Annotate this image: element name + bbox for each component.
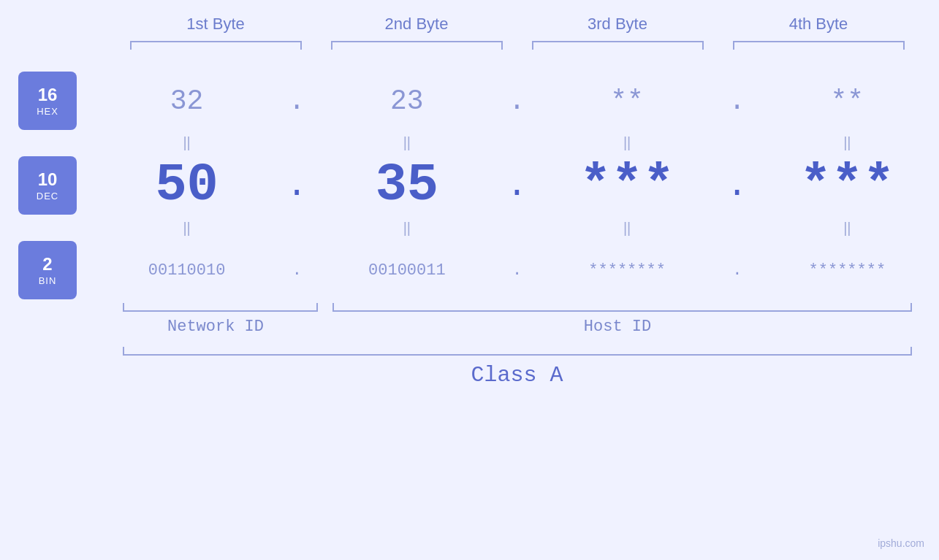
byte1-header: 1st Byte (115, 15, 316, 34)
bracket-line-b3 (532, 41, 704, 50)
host-id-label: Host ID (316, 318, 919, 336)
bin-b2: 00100011 (315, 261, 498, 280)
sep-b3: || (536, 130, 719, 156)
top-brackets (115, 41, 919, 50)
host-bracket (332, 303, 912, 312)
bracket-b2 (316, 41, 517, 50)
hex-label-side: 16 HEX (0, 72, 95, 130)
bracket-b4 (718, 41, 919, 50)
sep2-b4: || (756, 215, 939, 241)
bin-dot3: . (719, 261, 756, 280)
hex-row: 16 HEX 32 . 23 . ** . ** (0, 72, 939, 130)
hex-badge: 16 HEX (18, 72, 77, 130)
network-bracket (123, 303, 318, 312)
bottom-brackets (115, 303, 919, 312)
byte3-header: 3rd Byte (517, 15, 718, 34)
bin-dot2: . (499, 261, 536, 280)
sep-b4: || (756, 130, 939, 156)
bin-badge: 2 BIN (18, 241, 77, 299)
dec-row: 10 DEC 50 . 35 . *** . *** (0, 156, 939, 215)
dec-badge: 10 DEC (18, 156, 77, 215)
byte2-header: 2nd Byte (316, 15, 517, 34)
hex-badge-number: 16 (38, 85, 58, 106)
network-id-label: Network ID (115, 318, 316, 336)
dec-data: 50 . 35 . *** . *** (95, 156, 939, 215)
bin-label-side: 2 BIN (0, 241, 95, 299)
dec-dot3: . (719, 166, 756, 205)
hex-b4: ** (756, 85, 939, 117)
bin-row: 2 BIN 00110010 . 00100011 . ******** . (0, 241, 939, 299)
hex-badge-unit: HEX (37, 106, 58, 117)
dec-label-side: 10 DEC (0, 156, 95, 215)
dec-b4: *** (756, 156, 939, 215)
hex-b3: ** (536, 85, 719, 117)
bin-b3: ******** (536, 261, 719, 280)
byte4-header: 4th Byte (718, 15, 919, 34)
dec-badge-unit: DEC (37, 191, 58, 202)
hex-b2: 23 (315, 85, 498, 117)
class-section: Class A (115, 347, 919, 388)
sep-row-2: || || || || (0, 215, 939, 241)
sep2-b1: || (95, 215, 278, 241)
sep-data-2: || || || || (95, 215, 939, 241)
class-label: Class A (115, 363, 919, 388)
hex-b1: 32 (95, 85, 278, 117)
bracket-line-b4 (733, 41, 905, 50)
sep2-b2: || (315, 215, 498, 241)
dec-dot1: . (278, 166, 315, 205)
sep-b2: || (315, 130, 498, 156)
byte-headers: 1st Byte 2nd Byte 3rd Byte 4th Byte (115, 15, 919, 34)
bottom-labels: Network ID Host ID (115, 318, 919, 336)
bin-b4: ******** (756, 261, 939, 280)
bracket-b1 (115, 41, 316, 50)
bin-b1: 00110010 (95, 261, 278, 280)
bracket-line-b1 (130, 41, 302, 50)
bracket-b3 (517, 41, 718, 50)
bin-data: 00110010 . 00100011 . ******** . *******… (95, 261, 939, 280)
hex-dot3: . (719, 85, 756, 117)
dec-badge-number: 10 (38, 169, 58, 191)
main-container: 1st Byte 2nd Byte 3rd Byte 4th Byte 16 H… (0, 0, 939, 560)
hex-dot2: . (499, 85, 536, 117)
bracket-line-b2 (331, 41, 503, 50)
sep-data-1: || || || || (95, 130, 939, 156)
dec-b1: 50 (95, 156, 278, 215)
watermark: ipshu.com (878, 537, 924, 549)
dec-dot2: . (499, 166, 536, 205)
bin-dot1: . (278, 261, 315, 280)
dec-b2: 35 (315, 156, 498, 215)
sep-b1: || (95, 130, 278, 156)
bottom-section: Network ID Host ID (115, 303, 919, 336)
sep-row-1: || || || || (0, 130, 939, 156)
sep2-b3: || (536, 215, 719, 241)
hex-dot1: . (278, 85, 315, 117)
hex-data: 32 . 23 . ** . ** (95, 85, 939, 117)
bin-badge-number: 2 (42, 254, 52, 275)
bin-badge-unit: BIN (39, 275, 57, 286)
class-bracket (123, 347, 912, 356)
dec-b3: *** (536, 156, 719, 215)
